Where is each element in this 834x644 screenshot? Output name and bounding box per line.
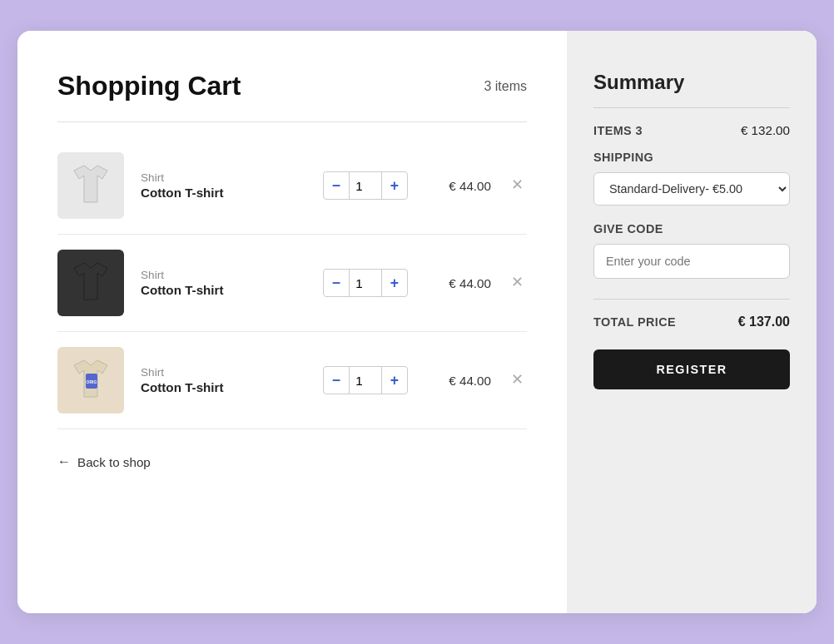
shipping-group: SHIPPING Standard-Delivery- €5.00 Expres… bbox=[593, 151, 790, 222]
item-price-2: € 44.00 bbox=[424, 276, 491, 290]
quantity-control-2: − + bbox=[323, 269, 408, 297]
back-to-shop-label: Back to shop bbox=[77, 455, 151, 469]
main-card: Shopping Cart 3 items Shirt Cotton T-shi… bbox=[17, 31, 817, 613]
remove-btn-1[interactable]: ✕ bbox=[508, 178, 527, 193]
summary-top-divider bbox=[593, 107, 790, 108]
total-row: TOTAL PRICE € 137.00 bbox=[593, 315, 790, 329]
item-image-2 bbox=[57, 250, 124, 316]
shipping-select[interactable]: Standard-Delivery- €5.00 Express-Deliver… bbox=[593, 172, 790, 206]
summary-section: Summary ITEMS 3 € 132.00 SHIPPING Standa… bbox=[567, 31, 817, 613]
svg-text:ORIG: ORIG bbox=[87, 379, 97, 384]
quantity-control-1: − + bbox=[323, 171, 408, 200]
qty-minus-1[interactable]: − bbox=[324, 172, 349, 199]
items-value: € 132.00 bbox=[741, 123, 790, 137]
item-info-1: Shirt Cotton T-shirt bbox=[141, 171, 306, 200]
qty-input-2[interactable] bbox=[349, 270, 382, 296]
back-to-shop-button[interactable]: ← Back to shop bbox=[57, 454, 151, 469]
qty-plus-2[interactable]: + bbox=[382, 270, 407, 296]
items-row: ITEMS 3 € 132.00 bbox=[593, 123, 790, 137]
item-category-2: Shirt bbox=[141, 269, 306, 281]
qty-input-1[interactable] bbox=[349, 172, 382, 199]
item-price-1: € 44.00 bbox=[424, 179, 491, 193]
give-code-label: GIVE CODE bbox=[593, 222, 790, 235]
summary-title: Summary bbox=[593, 71, 790, 94]
shipping-label: SHIPPING bbox=[593, 151, 790, 164]
cart-header: Shopping Cart 3 items bbox=[57, 71, 527, 102]
item-info-2: Shirt Cotton T-shirt bbox=[141, 269, 306, 297]
cart-item: ORIG Shirt Cotton T-shirt − + € 44.00 ✕ bbox=[57, 332, 527, 429]
item-info-3: Shirt Cotton T-shirt bbox=[141, 366, 306, 394]
cart-title: Shopping Cart bbox=[57, 71, 241, 102]
qty-plus-3[interactable]: + bbox=[382, 367, 407, 394]
items-label: ITEMS 3 bbox=[593, 124, 643, 137]
qty-minus-2[interactable]: − bbox=[324, 270, 349, 296]
register-button[interactable]: REGISTER bbox=[593, 349, 790, 389]
tshirt-icon-white bbox=[66, 161, 116, 211]
item-name-2: Cotton T-shirt bbox=[141, 283, 306, 297]
remove-btn-3[interactable]: ✕ bbox=[508, 373, 527, 388]
cart-items-list: Shirt Cotton T-shirt − + € 44.00 ✕ bbox=[57, 137, 527, 429]
item-category-1: Shirt bbox=[141, 171, 306, 184]
item-image-1 bbox=[57, 152, 124, 219]
qty-minus-3[interactable]: − bbox=[324, 367, 349, 394]
total-label: TOTAL PRICE bbox=[593, 315, 676, 329]
qty-input-3[interactable] bbox=[349, 367, 382, 394]
give-code-group: GIVE CODE bbox=[593, 222, 790, 299]
total-divider bbox=[593, 299, 790, 300]
cart-item: Shirt Cotton T-shirt − + € 44.00 ✕ bbox=[57, 235, 527, 332]
total-value: € 137.00 bbox=[738, 315, 790, 329]
top-divider bbox=[57, 121, 527, 122]
tshirt-icon-print: ORIG bbox=[66, 355, 116, 405]
cart-count: 3 items bbox=[484, 79, 527, 94]
cart-section: Shopping Cart 3 items Shirt Cotton T-shi… bbox=[17, 31, 567, 613]
remove-btn-2[interactable]: ✕ bbox=[508, 275, 527, 290]
back-arrow-icon: ← bbox=[57, 454, 71, 469]
item-price-3: € 44.00 bbox=[424, 374, 491, 388]
item-name-3: Cotton T-shirt bbox=[141, 380, 306, 394]
quantity-control-3: − + bbox=[323, 366, 408, 394]
tshirt-icon-black bbox=[66, 258, 116, 308]
item-image-3: ORIG bbox=[57, 347, 124, 414]
item-category-3: Shirt bbox=[141, 366, 306, 379]
cart-item: Shirt Cotton T-shirt − + € 44.00 ✕ bbox=[57, 137, 527, 235]
qty-plus-1[interactable]: + bbox=[382, 172, 407, 199]
item-name-1: Cotton T-shirt bbox=[141, 186, 306, 200]
code-input[interactable] bbox=[593, 244, 790, 279]
